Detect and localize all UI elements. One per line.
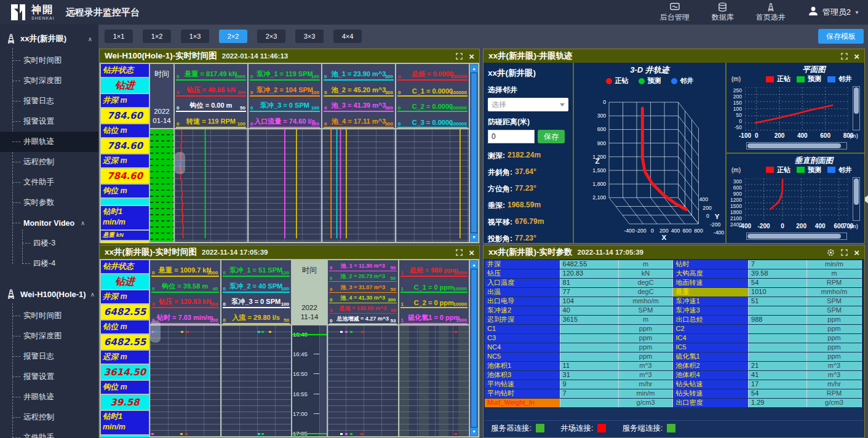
scrollbar-thumb[interactable] [854, 178, 859, 205]
expand-icon[interactable] [841, 249, 848, 256]
svg-text:0: 0 [706, 213, 709, 219]
param-value-cell [749, 306, 807, 315]
y-tick: 1500 [730, 203, 742, 209]
curve-label: C_2 = 0 ppm [414, 299, 454, 306]
scroll-up-button[interactable]: ▲ [471, 261, 477, 269]
param-name-cell: NC4 [485, 343, 560, 352]
curve-min: 1 [401, 286, 404, 292]
sidebar-item[interactable]: 实时参数 [0, 193, 98, 213]
time-tick-label: 16:50 [293, 370, 308, 377]
time-track [150, 129, 173, 242]
sidebar-item[interactable]: 报警日志 [0, 91, 98, 111]
scrollbar-thumb[interactable] [854, 87, 859, 114]
data-dot [360, 433, 363, 435]
nav-item-database[interactable]: 数据库 [712, 2, 734, 23]
chart-column: 1总烃 = 988 ppm100001C_1 = 0 ppm100001C_2 … [399, 260, 469, 436]
x-tick: 600 [834, 223, 844, 229]
vertical-scrollbar[interactable] [853, 86, 860, 130]
panel-scrollbar[interactable]: ▲▼ [470, 260, 478, 436]
sidebar-item[interactable]: 远程控制 [0, 407, 98, 428]
data-dot [151, 433, 154, 435]
well-node-1[interactable]: Wei-H100(Hole-1)∧ [0, 282, 98, 306]
close-icon[interactable]: × [469, 248, 474, 257]
horizontal-scrollbar[interactable] [746, 233, 847, 240]
sidebar-subitem[interactable]: 四楼-4 [10, 253, 98, 274]
scrollbar-thumb[interactable] [747, 143, 841, 148]
sidebar-item[interactable]: 文件助手 [0, 428, 98, 438]
sidebar-item[interactable]: Monitor Video∧ [0, 213, 98, 233]
scroll-down-button[interactable]: ▼ [471, 233, 477, 241]
x-tick: 400 [815, 223, 826, 229]
sidebar-item[interactable]: 报警设置 [0, 111, 98, 132]
param-name-cell: 泵冲速2 [485, 306, 560, 315]
param-value-cell: 41 [749, 371, 807, 380]
horizontal-scrollbar[interactable] [746, 142, 847, 149]
scrollbar-thumb[interactable] [471, 73, 477, 233]
save-button[interactable]: 保存 [538, 130, 565, 143]
tree-dash [12, 101, 20, 102]
panel-timestamp: 2022-01-14 11:46:13 [222, 52, 288, 60]
sidebar-item[interactable]: 报警日志 [0, 346, 98, 367]
expand-icon[interactable] [456, 249, 463, 256]
curve-header: 0总池增减 = 4.27 m^353 [329, 314, 397, 324]
nav-item-derrick[interactable]: 首页选井 [756, 2, 786, 23]
curve-max: 300 [385, 105, 393, 111]
legend-swatch [827, 167, 835, 173]
close-icon[interactable]: × [469, 52, 474, 61]
user-menu[interactable]: 管理员2 ▼ [808, 6, 859, 19]
layout-button-4x4[interactable]: 4×4 [333, 30, 362, 43]
neighbor-well-select[interactable]: 选择 [488, 98, 568, 111]
sidebar-item[interactable]: 井眼轨迹 [0, 387, 98, 407]
sidebar-item[interactable]: 实时深度图 [0, 326, 98, 346]
stat-value: 1968.59m [508, 201, 541, 211]
param-unit-cell: m [619, 260, 674, 269]
close-icon[interactable]: × [854, 52, 859, 61]
sidebar-item[interactable]: 井眼轨迹 [0, 132, 98, 152]
well-node-0[interactable]: xx井(新井眼)∧ [0, 27, 98, 50]
tree-dash [22, 243, 30, 244]
panel-scrollbar[interactable]: ▲▼ [470, 64, 478, 242]
layout-button-2x2[interactable]: 2×2 [219, 30, 247, 43]
curve-headers: 0池_1 = 23.90 m^33000池_2 = 45.20 m^33000池… [322, 64, 395, 128]
legend-item: 邻井 [827, 74, 852, 84]
layout-button-1x1[interactable]: 1×1 [105, 30, 133, 43]
save-template-button[interactable]: 保存模板 [818, 29, 864, 44]
scroll-up-button[interactable]: ▲ [471, 65, 477, 73]
sidebar-item-label: 报警设置 [23, 116, 54, 127]
gear-icon[interactable] [827, 249, 835, 257]
layout-button-2x3[interactable]: 2×3 [257, 30, 285, 43]
vertical-scrollbar[interactable] [853, 177, 860, 221]
sidebar-subitem[interactable]: 四楼-3 [10, 233, 98, 253]
param-name-cell: IC5 [673, 343, 749, 352]
param-value-cell [560, 334, 619, 343]
curve-label: 泵冲_2 = 40 SPM [229, 282, 282, 291]
expand-icon[interactable] [456, 53, 463, 60]
sidebar-item[interactable]: 文件助手 [0, 172, 98, 193]
trajectory-stat: 视平移:676.79m [488, 217, 568, 228]
collision-distance-input[interactable] [488, 130, 535, 143]
sidebar-item[interactable]: 远程控制 [0, 152, 98, 172]
panel-title: xx井(新井眼)-实时参数 [488, 247, 573, 258]
close-icon[interactable]: × [854, 248, 859, 257]
nav-item-backstage[interactable]: 后台管理 [660, 2, 690, 23]
param-value-cell [560, 399, 619, 407]
scrollbar-thumb[interactable] [471, 269, 477, 427]
tree-dash [22, 263, 30, 264]
layout-button-3x3[interactable]: 3×3 [295, 30, 324, 43]
collapse-handle[interactable]: < [150, 321, 161, 343]
sidebar-item[interactable]: 实时时间图 [0, 306, 98, 326]
scroll-down-button[interactable]: ▼ [471, 428, 477, 436]
sidebar-item[interactable]: 报警设置 [0, 367, 98, 387]
expand-icon[interactable] [841, 53, 848, 60]
curve-min: 0 [324, 105, 327, 111]
svg-text:Y: Y [715, 212, 720, 220]
sidebar-item[interactable]: 实时深度图 [0, 71, 98, 91]
param-unit-cell: RPM [807, 279, 862, 287]
layout-button-1x2[interactable]: 1×2 [143, 30, 171, 43]
curve-header: 0钻压 = 120.83 kN300 [151, 293, 219, 309]
layout-button-1x3[interactable]: 1×3 [181, 30, 209, 43]
svg-text:X: X [661, 233, 666, 241]
sidebar-item[interactable]: 实时时间图 [0, 50, 98, 71]
collapse-handle[interactable]: < [175, 152, 185, 174]
scrollbar-thumb[interactable] [747, 234, 841, 239]
